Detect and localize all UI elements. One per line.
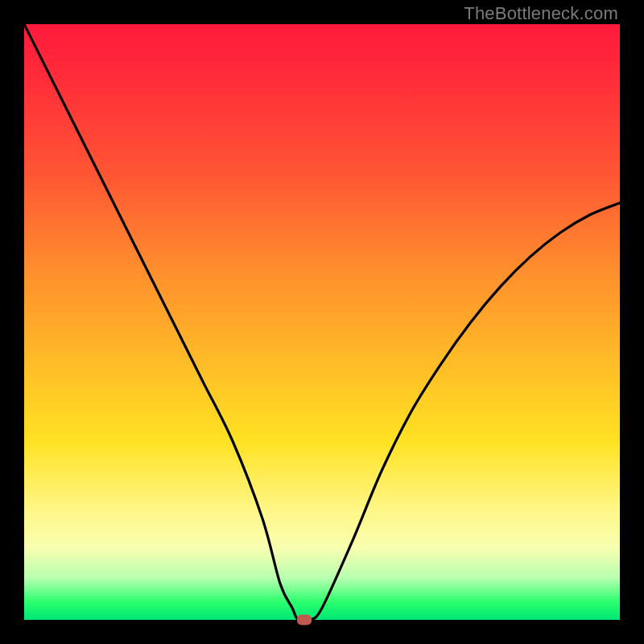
optimal-point-marker (297, 615, 312, 625)
curve-svg (24, 24, 620, 620)
chart-frame: TheBottleneck.com (0, 0, 644, 644)
bottleneck-curve (24, 24, 620, 620)
plot-area (24, 24, 620, 620)
watermark-text: TheBottleneck.com (464, 3, 618, 24)
